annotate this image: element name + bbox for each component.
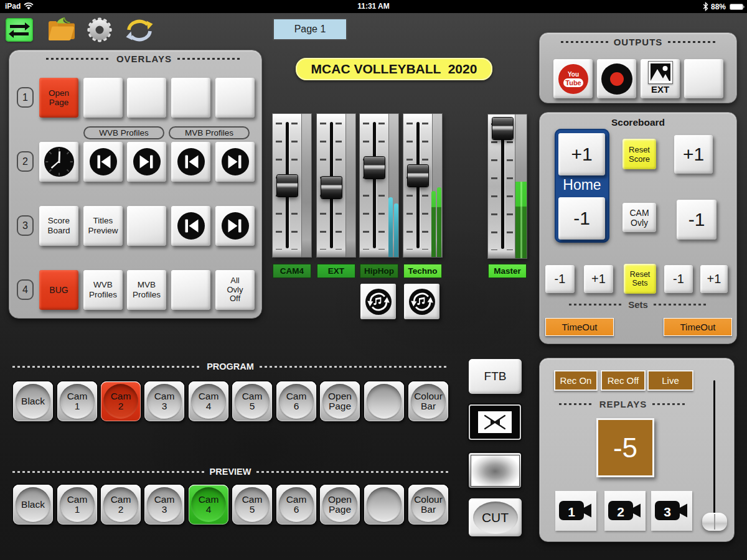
svg-text:2: 2 [617, 505, 624, 519]
svg-text:3: 3 [664, 505, 671, 519]
svg-text:1: 1 [568, 505, 575, 519]
svg-text:Tube: Tube [565, 79, 581, 86]
svg-text:You: You [567, 71, 578, 78]
